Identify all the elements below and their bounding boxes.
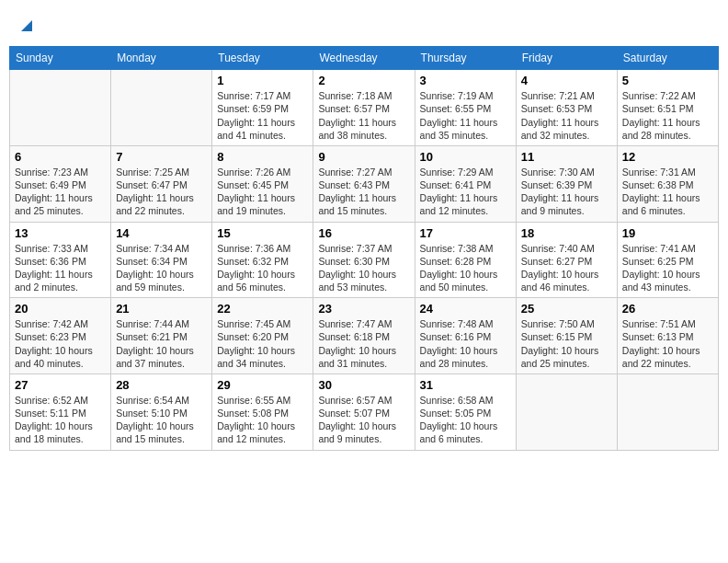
daylight-text: Daylight: 10 hours and 56 minutes.: [217, 268, 308, 293]
day-number: 1: [217, 74, 308, 87]
calendar-cell: 28Sunrise: 6:54 AMSunset: 5:10 PMDayligh…: [111, 373, 212, 450]
calendar-cell: 9Sunrise: 7:27 AMSunset: 6:43 PMDaylight…: [313, 145, 415, 222]
sunset-text: Sunset: 6:20 PM: [217, 330, 308, 343]
day-number: 9: [318, 150, 409, 164]
day-info: Sunrise: 6:52 AMSunset: 5:11 PMDaylight:…: [15, 394, 106, 446]
sunrise-text: Sunrise: 6:55 AM: [217, 394, 308, 407]
sunrise-text: Sunrise: 7:34 AM: [116, 242, 207, 255]
daylight-text: Daylight: 11 hours and 25 minutes.: [15, 191, 106, 217]
weekday-header-saturday: Saturday: [617, 47, 718, 70]
day-info: Sunrise: 7:23 AMSunset: 6:49 PMDaylight:…: [15, 166, 106, 218]
day-number: 27: [15, 378, 106, 392]
calendar-cell: [111, 70, 212, 146]
day-info: Sunrise: 7:51 AMSunset: 6:13 PMDaylight:…: [622, 317, 713, 370]
daylight-text: Daylight: 10 hours and 31 minutes.: [318, 344, 409, 370]
day-number: 10: [420, 150, 511, 164]
day-number: 11: [521, 150, 612, 164]
weekday-header-sunday: Sunday: [10, 47, 111, 70]
sunset-text: Sunset: 6:43 PM: [318, 178, 409, 191]
daylight-text: Daylight: 10 hours and 15 minutes.: [116, 419, 207, 445]
day-number: 8: [217, 150, 308, 164]
sunrise-text: Sunrise: 7:17 AM: [217, 89, 308, 102]
sunrise-text: Sunrise: 6:58 AM: [420, 394, 511, 407]
sunset-text: Sunset: 6:15 PM: [521, 330, 612, 343]
sunrise-text: Sunrise: 7:44 AM: [116, 317, 207, 330]
calendar-cell: 17Sunrise: 7:38 AMSunset: 6:28 PMDayligh…: [415, 222, 516, 298]
day-info: Sunrise: 6:58 AMSunset: 5:05 PMDaylight:…: [420, 394, 511, 446]
calendar-cell: 24Sunrise: 7:48 AMSunset: 6:16 PMDayligh…: [415, 298, 516, 374]
calendar-cell: 12Sunrise: 7:31 AMSunset: 6:38 PMDayligh…: [617, 145, 718, 222]
logo: [18, 14, 34, 34]
sunset-text: Sunset: 6:57 PM: [318, 102, 409, 115]
day-info: Sunrise: 7:42 AMSunset: 6:23 PMDaylight:…: [15, 317, 106, 370]
day-info: Sunrise: 7:29 AMSunset: 6:41 PMDaylight:…: [420, 166, 511, 218]
day-number: 4: [521, 74, 612, 87]
calendar-cell: [516, 373, 617, 450]
sunset-text: Sunset: 6:55 PM: [420, 102, 511, 115]
sunrise-text: Sunrise: 7:25 AM: [116, 166, 207, 178]
sunset-text: Sunset: 5:08 PM: [217, 407, 308, 419]
day-number: 13: [15, 226, 106, 240]
calendar-cell: 18Sunrise: 7:40 AMSunset: 6:27 PMDayligh…: [516, 222, 617, 298]
sunrise-text: Sunrise: 7:37 AM: [318, 242, 409, 255]
sunset-text: Sunset: 6:21 PM: [116, 330, 207, 343]
calendar-cell: 5Sunrise: 7:22 AMSunset: 6:51 PMDaylight…: [617, 70, 718, 146]
sunset-text: Sunset: 6:47 PM: [116, 178, 207, 191]
day-number: 29: [217, 378, 308, 392]
sunrise-text: Sunrise: 7:26 AM: [217, 166, 308, 178]
daylight-text: Daylight: 10 hours and 34 minutes.: [217, 344, 308, 370]
sunrise-text: Sunrise: 7:19 AM: [420, 89, 511, 102]
day-info: Sunrise: 7:26 AMSunset: 6:45 PMDaylight:…: [217, 166, 308, 218]
sunset-text: Sunset: 6:53 PM: [521, 102, 612, 115]
calendar-cell: 6Sunrise: 7:23 AMSunset: 6:49 PMDaylight…: [10, 145, 111, 222]
day-number: 31: [420, 378, 511, 392]
day-number: 3: [420, 74, 511, 87]
sunset-text: Sunset: 6:59 PM: [217, 102, 308, 115]
sunrise-text: Sunrise: 7:42 AM: [15, 317, 106, 330]
day-info: Sunrise: 7:45 AMSunset: 6:20 PMDaylight:…: [217, 317, 308, 370]
day-info: Sunrise: 7:47 AMSunset: 6:18 PMDaylight:…: [318, 317, 409, 370]
sunset-text: Sunset: 5:11 PM: [15, 407, 106, 419]
daylight-text: Daylight: 10 hours and 12 minutes.: [217, 419, 308, 445]
calendar-cell: 22Sunrise: 7:45 AMSunset: 6:20 PMDayligh…: [212, 298, 313, 374]
calendar-cell: 30Sunrise: 6:57 AMSunset: 5:07 PMDayligh…: [313, 373, 415, 450]
sunrise-text: Sunrise: 7:47 AM: [318, 317, 409, 330]
sunrise-text: Sunrise: 7:22 AM: [622, 89, 713, 102]
calendar-cell: 2Sunrise: 7:18 AMSunset: 6:57 PMDaylight…: [313, 70, 415, 146]
daylight-text: Daylight: 11 hours and 2 minutes.: [15, 268, 106, 293]
day-info: Sunrise: 6:57 AMSunset: 5:07 PMDaylight:…: [318, 394, 409, 446]
day-number: 23: [318, 302, 409, 316]
day-info: Sunrise: 7:38 AMSunset: 6:28 PMDaylight:…: [420, 242, 511, 294]
weekday-header-friday: Friday: [516, 47, 617, 70]
sunrise-text: Sunrise: 7:40 AM: [521, 242, 612, 255]
daylight-text: Daylight: 10 hours and 53 minutes.: [318, 268, 409, 293]
calendar-cell: 29Sunrise: 6:55 AMSunset: 5:08 PMDayligh…: [212, 373, 313, 450]
calendar-cell: 16Sunrise: 7:37 AMSunset: 6:30 PMDayligh…: [313, 222, 415, 298]
logo-triangle-icon: [19, 18, 34, 33]
sunrise-text: Sunrise: 6:52 AM: [15, 394, 106, 407]
sunrise-text: Sunrise: 7:48 AM: [420, 317, 511, 330]
day-info: Sunrise: 7:22 AMSunset: 6:51 PMDaylight:…: [622, 89, 713, 142]
calendar-cell: 13Sunrise: 7:33 AMSunset: 6:36 PMDayligh…: [10, 222, 111, 298]
sunrise-text: Sunrise: 7:38 AM: [420, 242, 511, 255]
calendar-cell: 8Sunrise: 7:26 AMSunset: 6:45 PMDaylight…: [212, 145, 313, 222]
day-info: Sunrise: 7:17 AMSunset: 6:59 PMDaylight:…: [217, 89, 308, 142]
daylight-text: Daylight: 11 hours and 41 minutes.: [217, 116, 308, 142]
day-info: Sunrise: 7:25 AMSunset: 6:47 PMDaylight:…: [116, 166, 207, 218]
daylight-text: Daylight: 10 hours and 9 minutes.: [318, 419, 409, 445]
calendar-week-row: 13Sunrise: 7:33 AMSunset: 6:36 PMDayligh…: [10, 222, 719, 298]
sunset-text: Sunset: 6:51 PM: [622, 102, 713, 115]
sunrise-text: Sunrise: 6:57 AM: [318, 394, 409, 407]
day-info: Sunrise: 6:55 AMSunset: 5:08 PMDaylight:…: [217, 394, 308, 446]
day-info: Sunrise: 7:34 AMSunset: 6:34 PMDaylight:…: [116, 242, 207, 294]
calendar-cell: 27Sunrise: 6:52 AMSunset: 5:11 PMDayligh…: [10, 373, 111, 450]
daylight-text: Daylight: 11 hours and 6 minutes.: [622, 191, 713, 217]
sunrise-text: Sunrise: 7:45 AM: [217, 317, 308, 330]
day-number: 24: [420, 302, 511, 316]
sunset-text: Sunset: 5:10 PM: [116, 407, 207, 419]
calendar-cell: 4Sunrise: 7:21 AMSunset: 6:53 PMDaylight…: [516, 70, 617, 146]
day-info: Sunrise: 7:18 AMSunset: 6:57 PMDaylight:…: [318, 89, 409, 142]
calendar-cell: 7Sunrise: 7:25 AMSunset: 6:47 PMDaylight…: [111, 145, 212, 222]
day-number: 18: [521, 226, 612, 240]
day-number: 28: [116, 378, 207, 392]
